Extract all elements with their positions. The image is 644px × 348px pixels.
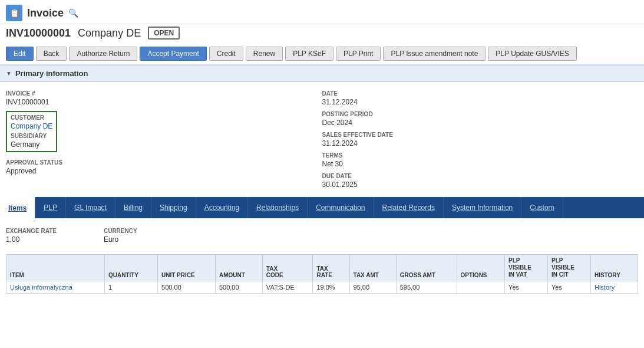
currency-label: CURRENCY xyxy=(104,228,137,234)
approval-status-label: APPROVAL STATUS xyxy=(6,159,322,166)
invoice-label: INVOICE # xyxy=(6,90,322,97)
credit-button[interactable]: Credit xyxy=(209,47,243,61)
th-plp-vat: PLPVISIBLEIN VAT xyxy=(505,255,548,281)
tab-items[interactable]: Items xyxy=(0,197,35,218)
record-id: INV10000001 xyxy=(6,27,71,40)
th-item: ITEM xyxy=(6,255,105,281)
cell-unit-price: 500,00 xyxy=(158,281,216,294)
tab-system-information[interactable]: System Information xyxy=(444,197,521,218)
due-date-label: DUE DATE xyxy=(322,173,639,179)
plp-print-button[interactable]: PLP Print xyxy=(336,47,381,61)
cell-options xyxy=(457,281,505,294)
cell-plp-cit: Yes xyxy=(548,281,591,294)
customer-label: CUSTOMER xyxy=(11,114,52,121)
posting-period-value: Dec 2024 xyxy=(322,119,639,127)
item-link[interactable]: Usługa informatyczna xyxy=(10,284,72,291)
date-value: 31.12.2024 xyxy=(322,98,639,106)
cell-amount: 500,00 xyxy=(215,281,262,294)
cell-history: History xyxy=(590,281,638,294)
invoice-number-field: INVOICE # INV10000001 xyxy=(6,88,322,109)
plp-gus-button[interactable]: PLP Update GUS/VIES xyxy=(488,47,577,61)
currency-field: CURRENCY Euro xyxy=(104,228,137,244)
cell-tax-amt: 95,00 xyxy=(349,281,396,294)
posting-period-field: POSTING PERIOD Dec 2024 xyxy=(322,109,639,129)
cell-gross-amt: 595,00 xyxy=(396,281,457,294)
record-title-bar: INV10000001 Company DE OPEN xyxy=(0,24,644,43)
sales-effective-date-label: SALES EFFECTIVE DATE xyxy=(322,132,639,138)
customer-box: CUSTOMER Company DE SUBSIDIARY Germany xyxy=(6,111,57,152)
customer-field: CUSTOMER Company DE SUBSIDIARY Germany xyxy=(6,109,322,157)
approval-status-field: APPROVAL STATUS Approved xyxy=(6,157,322,178)
date-field: DATE 31.12.2024 xyxy=(322,88,639,109)
status-badge: OPEN xyxy=(148,27,180,40)
currency-value: Euro xyxy=(104,235,137,244)
exchange-rate-field: EXCHANGE RATE 1,00 xyxy=(6,228,57,244)
tab-billing[interactable]: Billing xyxy=(115,197,151,218)
cell-plp-vat: Yes xyxy=(505,281,548,294)
tab-plp[interactable]: PLP xyxy=(35,197,66,218)
table-row: Usługa informatyczna 1 500,00 500,00 VAT… xyxy=(6,281,638,294)
primary-info-section-header[interactable]: ▼ Primary information xyxy=(0,65,644,82)
tab-bar: Items PLP GL Impact Billing Shipping Acc… xyxy=(0,197,644,218)
subsidiary-value: Germany xyxy=(11,140,52,149)
tab-related-records[interactable]: Related Records xyxy=(374,197,444,218)
invoice-icon: 📋 xyxy=(6,5,22,21)
customer-value: Company DE xyxy=(11,122,52,130)
tab-gl-impact[interactable]: GL Impact xyxy=(66,197,115,218)
cell-item: Usługa informatyczna xyxy=(6,281,105,294)
accept-payment-button[interactable]: Accept Payment xyxy=(140,47,206,61)
th-unit-price: UNIT PRICE xyxy=(158,255,216,281)
search-button[interactable]: 🔍 xyxy=(68,8,78,18)
posting-period-label: POSTING PERIOD xyxy=(322,111,639,117)
th-tax-code: TAXCODE xyxy=(262,255,313,281)
info-col-left: INVOICE # INV10000001 CUSTOMER Company D… xyxy=(6,88,322,191)
edit-button[interactable]: Edit xyxy=(6,47,34,61)
authorize-return-button[interactable]: Authorize Return xyxy=(69,47,137,61)
items-table: ITEM QUANTITY UNIT PRICE AMOUNT TAXCODE … xyxy=(6,254,638,294)
history-link[interactable]: History xyxy=(595,284,615,291)
exchange-rate-label: EXCHANGE RATE xyxy=(6,228,57,234)
info-grid: INVOICE # INV10000001 CUSTOMER Company D… xyxy=(6,88,638,191)
invoice-value: INV10000001 xyxy=(6,98,322,106)
table-header-row: ITEM QUANTITY UNIT PRICE AMOUNT TAXCODE … xyxy=(6,255,638,281)
primary-info-panel: INVOICE # INV10000001 CUSTOMER Company D… xyxy=(0,82,644,197)
due-date-field: DUE DATE 30.01.2025 xyxy=(322,170,639,191)
th-plp-cit: PLPVISIBLEIN CIT xyxy=(548,255,591,281)
customer-link[interactable]: Company DE xyxy=(11,122,52,130)
cell-quantity: 1 xyxy=(104,281,157,294)
toolbar: Edit Back Authorize Return Accept Paymen… xyxy=(0,43,644,65)
sales-effective-date-value: 31.12.2024 xyxy=(322,139,639,147)
approval-status-value: Approved xyxy=(6,167,322,175)
page-container: 📋 Invoice 🔍 INV10000001 Company DE OPEN … xyxy=(0,0,644,348)
plp-ksef-button[interactable]: PLP KSeF xyxy=(285,47,333,61)
th-tax-amt: TAX AMT xyxy=(349,255,396,281)
tab-accounting[interactable]: Accounting xyxy=(196,197,248,218)
terms-label: TERMS xyxy=(322,152,639,159)
terms-value: Net 30 xyxy=(322,160,639,168)
info-col-right: DATE 31.12.2024 POSTING PERIOD Dec 2024 … xyxy=(322,88,639,191)
items-tab-content: EXCHANGE RATE 1,00 CURRENCY Euro ITEM QU… xyxy=(0,218,644,300)
exchange-row: EXCHANGE RATE 1,00 CURRENCY Euro xyxy=(6,224,638,251)
due-date-value: 30.01.2025 xyxy=(322,180,639,189)
subsidiary-label: SUBSIDIARY xyxy=(11,133,52,139)
exchange-rate-value: 1,00 xyxy=(6,235,57,244)
cell-tax-rate: 19,0% xyxy=(313,281,349,294)
th-gross-amt: GROSS AMT xyxy=(396,255,457,281)
tab-communication[interactable]: Communication xyxy=(308,197,374,218)
th-history: HISTORY xyxy=(590,255,638,281)
renew-button[interactable]: Renew xyxy=(246,47,283,61)
record-name: Company DE xyxy=(78,27,141,40)
back-button[interactable]: Back xyxy=(36,47,67,61)
collapse-icon: ▼ xyxy=(6,70,12,77)
plp-amendment-button[interactable]: PLP Issue amendment note xyxy=(383,47,486,61)
cell-tax-code: VAT:S-DE xyxy=(262,281,313,294)
tab-shipping[interactable]: Shipping xyxy=(151,197,196,218)
th-options: OPTIONS xyxy=(457,255,505,281)
tab-custom[interactable]: Custom xyxy=(521,197,563,218)
th-tax-rate: TAXRATE xyxy=(313,255,349,281)
terms-field: TERMS Net 30 xyxy=(322,150,639,170)
sales-effective-date-field: SALES EFFECTIVE DATE 31.12.2024 xyxy=(322,129,639,150)
date-label: DATE xyxy=(322,90,639,97)
tab-relationships[interactable]: Relationships xyxy=(248,197,308,218)
th-quantity: QUANTITY xyxy=(104,255,157,281)
